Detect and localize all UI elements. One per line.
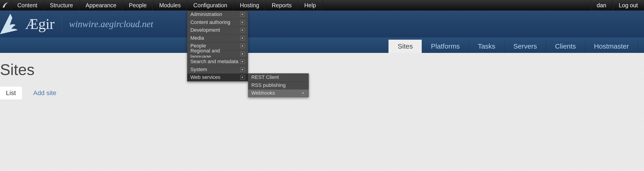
config-item-administration[interactable]: Administration [187,10,248,18]
admin-menu-appearance[interactable]: Appearance [80,0,123,10]
local-tab-list[interactable]: List [0,87,22,99]
admin-menu-people[interactable]: People [123,0,153,10]
config-item-search[interactable]: Search and metadata [187,58,248,66]
chevron-right-icon [240,36,245,40]
logout-link[interactable]: Log out [612,0,644,10]
tab-clients[interactable]: Clients [546,40,585,53]
tab-hostmaster[interactable]: Hostmaster [585,40,638,53]
tab-servers[interactable]: Servers [504,40,546,53]
chevron-right-icon [240,20,245,25]
tab-sites[interactable]: Sites [388,40,422,53]
config-item-system[interactable]: System [187,66,248,74]
admin-menu-reports[interactable]: Reports [266,0,298,10]
home-icon[interactable] [0,0,11,10]
tab-tasks[interactable]: Tasks [469,40,504,53]
ws-item-webhooks[interactable]: Webhooks [248,89,309,97]
admin-menu-structure[interactable]: Structure [44,0,80,10]
logo[interactable]: Ægir [0,14,54,34]
chevron-right-icon [240,28,245,32]
chevron-right-icon [240,51,245,56]
config-item-web-services[interactable]: Web services REST Client RSS publishing … [187,73,248,81]
tab-platforms[interactable]: Platforms [422,40,469,53]
admin-menu-content[interactable]: Content [11,0,44,10]
page-content: Sites List Add site [0,53,644,171]
user-link[interactable]: dan [590,0,612,10]
admin-toolbar: Content Structure Appearance People Modu… [0,0,644,10]
chevron-right-icon [240,59,245,64]
ws-item-rest-client[interactable]: REST Client [248,73,309,81]
config-item-media[interactable]: Media [187,34,248,42]
chevron-right-icon [240,67,245,72]
config-item-regional[interactable]: Regional and language [187,50,248,58]
admin-menu-modules[interactable]: Modules [153,0,187,10]
admin-menu-hosting[interactable]: Hosting [234,0,266,10]
local-tabs: List Add site [0,87,644,99]
divider [62,15,62,32]
site-url[interactable]: winwire.aegircloud.net [69,19,153,29]
chevron-right-icon [240,43,245,48]
page-title: Sites [0,61,644,78]
config-item-development[interactable]: Development [187,26,248,34]
web-services-submenu: REST Client RSS publishing Webhooks [248,73,309,97]
admin-menu-help[interactable]: Help [298,0,322,10]
chevron-right-icon [240,75,245,80]
admin-user-area: dan Log out [590,0,644,10]
local-tab-add[interactable]: Add site [28,87,62,99]
aegir-logo-icon [0,14,20,34]
site-header: Ægir winwire.aegircloud.net [0,10,644,37]
config-item-content-authoring[interactable]: Content authoring [187,18,248,26]
chevron-right-icon [240,12,245,17]
admin-menu-configuration[interactable]: Configuration Administration Content aut… [187,0,234,10]
ws-item-rss-publishing[interactable]: RSS publishing [248,81,309,89]
configuration-submenu: Administration Content authoring Develop… [187,10,248,81]
primary-tabs: Sites Platforms Tasks Servers Clients Ho… [0,37,644,53]
logo-text: Ægir [25,15,54,33]
admin-menu: Content Structure Appearance People Modu… [11,0,322,10]
chevron-right-icon [301,91,306,95]
